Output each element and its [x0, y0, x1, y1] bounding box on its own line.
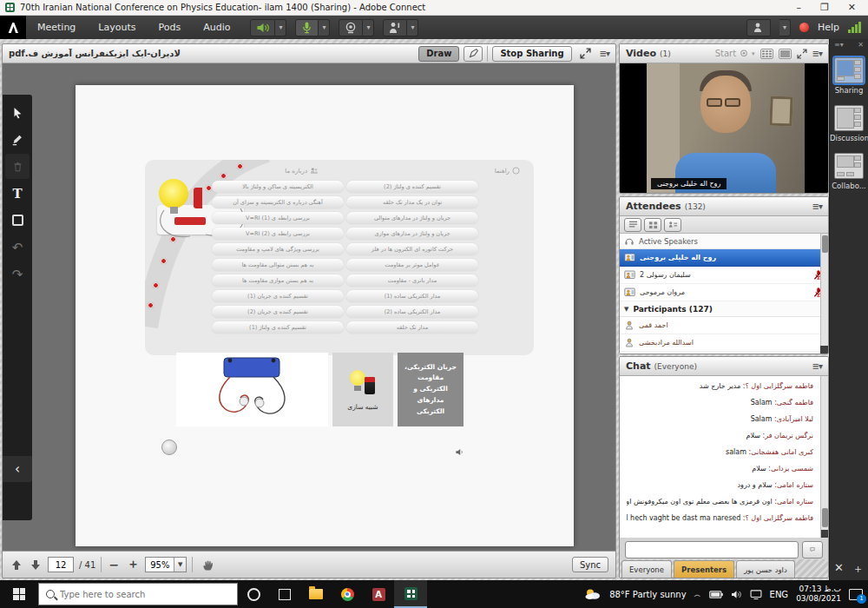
menu-layouts[interactable]: Layouts — [87, 16, 147, 39]
shape-tool[interactable] — [5, 208, 30, 233]
raise-hand-dropdown[interactable]: ▾ — [407, 19, 418, 36]
raise-hand-button[interactable] — [383, 19, 407, 36]
search-input[interactable] — [60, 590, 207, 599]
pan-tool-button[interactable] — [198, 558, 217, 572]
chat-input[interactable] — [625, 541, 799, 558]
attendee-row[interactable]: مروان مرموحی — [620, 284, 828, 301]
close-button[interactable]: ✕ — [848, 2, 856, 13]
about-link[interactable]: درباره ما — [285, 167, 319, 175]
battery-icon[interactable] — [709, 591, 723, 598]
chat-tab-everyone[interactable]: Everyone — [621, 560, 672, 578]
attendee-list-view-button[interactable] — [624, 218, 641, 232]
attendee-row[interactable]: سلیمان رسولی 2 — [620, 267, 828, 284]
task-view-button[interactable] — [269, 580, 300, 608]
menu-audio[interactable]: Audio — [192, 16, 241, 39]
undo-button[interactable]: ↶ — [5, 235, 30, 260]
network-icon[interactable] — [750, 590, 762, 599]
next-page-button[interactable] — [29, 558, 43, 572]
previous-page-button[interactable] — [10, 558, 23, 572]
zoom-level-select[interactable]: 95% ▼ — [145, 557, 187, 572]
stop-sharing-button[interactable]: Stop Sharing — [492, 46, 571, 62]
chat-tab-private[interactable]: داود حسن پور — [736, 560, 795, 578]
topic-pill[interactable]: عوامل موثر بر مقاومت — [346, 259, 478, 271]
topic-pill[interactable]: بررسی رابطه ی V=RI (1) — [212, 212, 344, 224]
pointer-tool-button[interactable] — [464, 46, 483, 62]
redo-button[interactable]: ↷ — [5, 261, 30, 287]
adobe-connect-taskbar-button[interactable] — [394, 580, 427, 608]
zoom-out-button[interactable]: − — [107, 558, 121, 572]
delete-annotation-tool[interactable] — [5, 154, 30, 179]
chat-scrollbar[interactable] — [820, 376, 828, 538]
action-center-icon[interactable]: 1 — [849, 589, 863, 600]
access-button[interactable]: A — [363, 580, 394, 608]
topic-pill[interactable]: بررسی ویژگی های لامپ و مقاومت — [212, 243, 344, 255]
layout-bar-menu-icon[interactable]: ≡▾ — [834, 41, 844, 49]
weather-text[interactable]: 88°F Partly sunny — [609, 590, 686, 599]
attendees-scrollbar[interactable] — [820, 234, 828, 354]
layout-discussion-thumbnail[interactable] — [834, 105, 864, 131]
taskbar-search[interactable] — [38, 583, 238, 605]
add-layout-icon[interactable]: ＋ — [852, 561, 864, 577]
help-menu[interactable]: Help — [818, 22, 839, 33]
start-button[interactable] — [0, 580, 38, 608]
share-pod-menu-icon[interactable]: ≡▾ — [600, 49, 609, 58]
menu-meeting[interactable]: Meeting — [26, 16, 87, 39]
menu-pods[interactable]: Pods — [147, 16, 192, 39]
fullscreen-button[interactable] — [576, 46, 595, 62]
layout-collaboration-thumbnail[interactable] — [834, 153, 864, 179]
minimize-button[interactable]: – — [796, 2, 801, 13]
selection-tool[interactable] — [5, 100, 30, 125]
speaker-dropdown[interactable]: ▾ — [275, 19, 286, 36]
topic-pill[interactable]: تقسیم کننده ی جریان (2) — [212, 306, 344, 318]
presenter-status-button[interactable] — [746, 19, 771, 36]
microphone-button[interactable] — [295, 19, 319, 36]
attendee-grid-view-button[interactable] — [644, 218, 661, 232]
layout-sharing-thumbnail[interactable] — [834, 57, 864, 83]
topic-pill[interactable]: تقسیم کننده ی جریان (1) — [212, 290, 344, 302]
grid-view-button[interactable] — [779, 49, 792, 59]
presenter-status-dropdown[interactable]: ▾ — [779, 19, 791, 36]
webcam-button[interactable] — [339, 19, 363, 36]
manage-layouts-icon[interactable]: ✕ — [834, 561, 844, 577]
webcam-dropdown[interactable]: ▾ — [363, 19, 374, 36]
slide-audio-icon[interactable] — [455, 447, 464, 457]
attendee-status-view-button[interactable] — [664, 218, 681, 232]
topic-pill[interactable]: به هم بستن موازی مقاومت ها — [212, 274, 344, 287]
attendee-row[interactable]: اسدالله مرادبخشی — [620, 334, 828, 352]
layout-bar-close-icon[interactable]: ✕ — [858, 41, 864, 49]
draw-button[interactable]: Draw — [418, 46, 459, 62]
text-tool[interactable]: T — [5, 181, 30, 206]
connection-signal-icon[interactable] — [848, 23, 861, 33]
cortana-button[interactable] — [238, 580, 269, 608]
start-webcam-button[interactable]: Start ▾ — [715, 49, 755, 59]
toolbar-collapse-button[interactable]: ‹ — [3, 456, 32, 482]
chat-tab-presenters[interactable]: Presenters — [674, 560, 734, 578]
guide-link[interactable]: راهنما — [495, 167, 520, 175]
topic-pill[interactable]: مدار باتری - مقاومت — [346, 274, 478, 287]
attendees-pod-menu-icon[interactable]: ≡▾ — [812, 202, 822, 211]
file-explorer-button[interactable] — [300, 580, 332, 608]
topic-pill[interactable]: جریان و ولتاژ در مدارهای موازی — [346, 228, 478, 240]
attendee-row[interactable]: روح اله خلیلی بروجنی — [620, 249, 828, 267]
clock[interactable]: 07:13 ب.ظ 03/08/2021 — [796, 585, 841, 604]
topic-pill[interactable]: مدار الکتریکی ساده (2) — [346, 306, 478, 318]
video-fullscreen-icon[interactable] — [797, 49, 807, 59]
zoom-in-button[interactable]: ＋ — [126, 557, 140, 572]
chat-pod-menu-icon[interactable]: ≡▾ — [812, 361, 822, 371]
tray-expand-icon[interactable]: ︿ — [694, 590, 701, 599]
topic-pill[interactable]: مدار الکتریکی ساده (1) — [346, 290, 478, 302]
volume-icon[interactable] — [731, 590, 742, 599]
topic-pill[interactable]: جریان و ولتاژ در مدارهای متوالی — [346, 212, 478, 224]
topic-pill[interactable]: بررسی رابطه ی V=RI (2) — [212, 228, 344, 240]
chat-send-button[interactable] — [802, 541, 823, 558]
topic-pill[interactable]: حرکت کاتوره ای الکترون ها در فلز — [346, 243, 478, 255]
zoom-dropdown-caret-icon[interactable]: ▼ — [174, 558, 186, 572]
marker-tool[interactable] — [5, 127, 30, 152]
speaker-button[interactable] — [250, 19, 275, 36]
sync-button[interactable]: Sync — [572, 557, 608, 572]
language-indicator[interactable]: ENG — [770, 590, 789, 599]
video-pod-menu-icon[interactable]: ≡▾ — [812, 49, 822, 58]
chrome-button[interactable] — [332, 580, 363, 608]
microphone-dropdown[interactable]: ▾ — [319, 19, 330, 36]
topic-pill[interactable]: تقسیم کننده ی ولتاژ (2) — [346, 181, 478, 193]
